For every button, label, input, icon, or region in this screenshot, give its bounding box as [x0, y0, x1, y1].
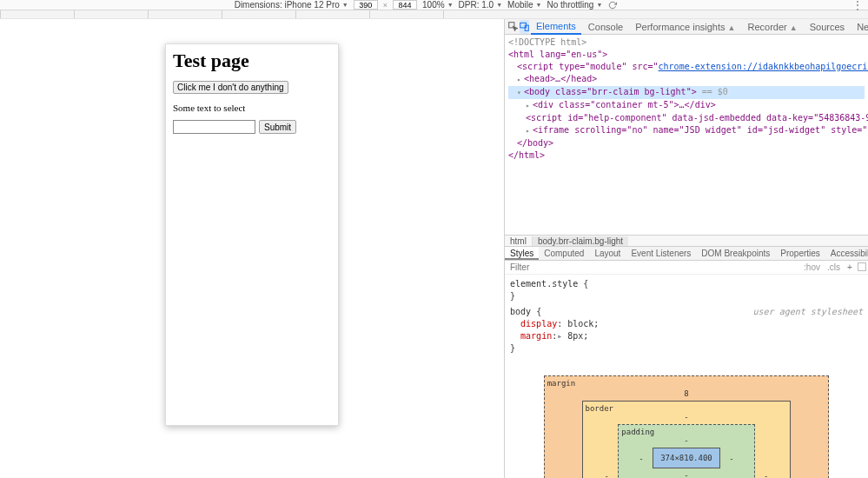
page-title: Test page	[173, 50, 331, 72]
crumb[interactable]: body.brr-claim.bg-light	[532, 236, 628, 246]
main-area: Test page Click me I don't do anything S…	[0, 19, 868, 478]
dom-node[interactable]: <script id="help-component" data-jsd-emb…	[508, 112, 865, 124]
dom-node[interactable]: </html>	[508, 149, 865, 162]
style-rule[interactable]: element.style { }	[510, 278, 863, 302]
chevron-down-icon: ▼	[342, 2, 348, 8]
tab-performance-insights[interactable]: Performance insights ▲	[630, 20, 740, 34]
rule-source: user agent stylesheet	[753, 306, 863, 318]
dom-breadcrumbs: html body.brr-claim.bg-light	[505, 235, 868, 247]
chevron-down-icon: ▼	[496, 2, 502, 8]
dpr-select[interactable]: DPR: 1.0 ▼	[459, 0, 503, 10]
styles-panel[interactable]: element.style { } user agent stylesheet …	[505, 275, 868, 478]
crumb[interactable]: html	[505, 236, 532, 246]
box-model: margin 8 8 border - - padding - -	[510, 358, 863, 478]
cls-toggle[interactable]: .cls	[824, 262, 844, 272]
device-select[interactable]: Dimensions: iPhone 12 Pro ▼	[235, 0, 348, 10]
device-frame: Test page Click me I don't do anything S…	[165, 43, 339, 426]
new-style-rule-icon[interactable]: +	[844, 262, 856, 272]
sample-form	[173, 120, 331, 134]
subtab-event-listeners[interactable]: Event Listeners	[626, 247, 696, 260]
subtab-properties[interactable]: Properties	[775, 247, 825, 260]
tab-recorder[interactable]: Recorder ▲	[743, 20, 803, 34]
chevron-down-icon: ▼	[447, 2, 454, 8]
tab-console[interactable]: Console	[583, 20, 628, 34]
dom-tree[interactable]: <!DOCTYPE html> <html lang="en-us"> <scr…	[505, 35, 868, 235]
tab-elements[interactable]: Elements	[531, 19, 581, 35]
sample-paragraph: Some text to select	[173, 103, 331, 113]
throttle-select[interactable]: No throttling ▼	[547, 0, 602, 10]
submit-button[interactable]	[259, 120, 296, 134]
zoom-select[interactable]: 100% ▼	[422, 0, 454, 10]
subtab-computed[interactable]: Computed	[539, 247, 589, 260]
devtools-panel: Elements Console Performance insights ▲ …	[504, 19, 868, 478]
tab-sources[interactable]: Sources	[805, 20, 850, 34]
dom-node[interactable]: </body>	[508, 137, 865, 149]
beaker-icon: ▲	[790, 23, 798, 32]
hov-toggle[interactable]: :hov	[800, 262, 824, 272]
style-rule[interactable]: user agent stylesheet body { display: bl…	[510, 306, 863, 355]
page-content: Test page Click me I don't do anything S…	[166, 44, 338, 139]
dom-node-selected[interactable]: ▾<body class="brr-claim bg-light"> == $0	[508, 86, 865, 99]
subtab-dom-breakpoints[interactable]: DOM Breakpoints	[696, 247, 775, 260]
viewport-panel: Test page Click me I don't do anything S…	[0, 19, 504, 478]
device-label: Dimensions: iPhone 12 Pro	[235, 0, 340, 10]
tab-network[interactable]: Network	[851, 20, 868, 34]
devtools-tabbar: Elements Console Performance insights ▲ …	[505, 19, 868, 35]
subtab-layout[interactable]: Layout	[589, 247, 626, 260]
viewport-height-input[interactable]	[393, 0, 417, 10]
dom-node[interactable]: <script type="module" src="chrome-extens…	[508, 61, 865, 73]
ruler	[0, 10, 868, 19]
styles-tabbar: Styles Computed Layout Event Listeners D…	[505, 247, 868, 261]
toggle-computed-sidebar-icon[interactable]	[856, 262, 868, 273]
beaker-icon: ▲	[728, 23, 736, 32]
dom-node[interactable]: ▸<iframe scrolling="no" name="JSD widget…	[508, 124, 865, 137]
chevron-down-icon: ▼	[536, 2, 542, 8]
sample-text-input[interactable]	[173, 120, 255, 134]
chevron-down-icon: ▼	[596, 2, 602, 8]
styles-filter-row: :hov .cls +	[505, 261, 868, 275]
dom-node[interactable]: <html lang="en-us">	[508, 49, 865, 61]
styles-filter-input[interactable]	[505, 262, 800, 272]
subtab-accessibility[interactable]: Accessibility	[825, 247, 868, 260]
subtab-styles[interactable]: Styles	[505, 247, 539, 260]
device-toolbar: Dimensions: iPhone 12 Pro ▼ × 100% ▼ DPR…	[0, 0, 868, 10]
toggle-device-icon[interactable]	[520, 20, 529, 34]
dom-node[interactable]: ▸<div class="container mt-5">…</div>	[508, 99, 865, 112]
rotate-icon[interactable]	[607, 0, 618, 10]
dom-node[interactable]: ▸<head>…</head>	[508, 73, 865, 86]
inspect-element-icon[interactable]	[508, 20, 518, 34]
viewport-width-input[interactable]	[354, 0, 378, 10]
device-type-select[interactable]: Mobile ▼	[507, 0, 541, 10]
box-model-content: 374×810.400	[653, 448, 720, 468]
dom-node[interactable]: <!DOCTYPE html>	[508, 37, 865, 49]
noop-button[interactable]: Click me I don't do anything	[173, 81, 288, 94]
dimension-x: ×	[383, 1, 388, 10]
